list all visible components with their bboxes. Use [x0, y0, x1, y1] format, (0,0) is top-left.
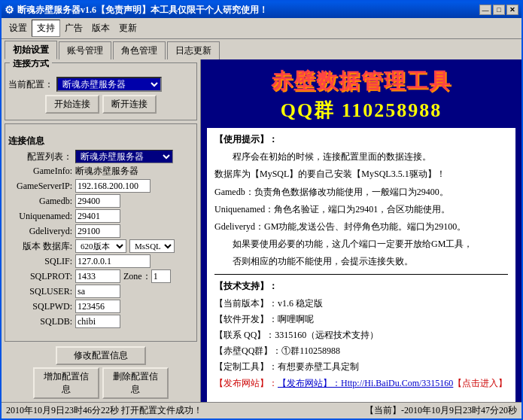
website-link[interactable]: 【发布网站】：Http://Hi.BaiDu.Com/3315160 — [278, 376, 453, 391]
sqluser-row: SQLUSER: — [8, 285, 193, 298]
contact-qq: 【联系 QQ】：3315160（远程技术支持） — [214, 328, 379, 342]
sqlprot-input[interactable] — [75, 269, 120, 283]
app-icon: ⚙ — [5, 4, 14, 17]
info-content: 【使用提示】： 程序会在初始的时候，连接配置里面的数据连接。 数据库为【MySQ… — [207, 128, 515, 402]
minimize-button[interactable]: — — [479, 5, 491, 15]
banner-qq: QQ群 110258988 — [210, 97, 512, 123]
gamedb-input[interactable] — [75, 194, 120, 208]
uniquenamed-label: Uniquenamed: — [8, 211, 72, 222]
gameinfo-row: GameInfo: 断魂赤壁服务器 — [8, 165, 193, 178]
sqlpwd-row: SQLPWD: — [8, 300, 193, 313]
config-list-select[interactable]: 断魂赤壁服务器 — [75, 150, 173, 163]
connect-buttons: 开始连接 断开连接 — [8, 95, 193, 114]
divider — [214, 274, 508, 275]
banner-area: 赤壁数据管理工具 QQ群 110258988 — [201, 59, 521, 128]
sqluser-label: SQLUSER: — [8, 286, 72, 297]
gameinfo-label: GameInfo: — [8, 166, 72, 177]
info-para2: 数据库为【MySQL】的要自己安装【MySQL3.5.1驱动】！ — [214, 167, 508, 181]
modify-config-button[interactable]: 修改配置信息 — [56, 346, 146, 365]
tab-account-mgmt[interactable]: 账号管理 — [59, 41, 111, 59]
config-list-label: 配置列表： — [8, 151, 72, 163]
status-right: 【当前】-2010年10月9日23时47分20秒 — [365, 404, 517, 417]
info-group: 连接信息 配置列表： 断魂赤壁服务器 GameInfo: 断魂赤壁服务器 Gam… — [5, 123, 197, 342]
connect-button[interactable]: 开始连接 — [45, 95, 99, 114]
title-bar: ⚙ 断魂赤壁服务器v1.6【免责声明】本工具仅限干个人研究使用！ — □ ✕ — [2, 2, 521, 18]
gamedb-row: Gamedb: — [8, 194, 193, 208]
soft-dev: 【软件开发】：啊哩啊呢 — [214, 312, 314, 327]
gdeliveryd-input[interactable] — [75, 224, 120, 238]
sqldb-input[interactable] — [75, 315, 120, 328]
chibi-qq: 【赤壁QQ群】：①群110258988 — [214, 344, 340, 358]
db-select[interactable]: MsSQL库 — [129, 239, 175, 253]
version-select[interactable]: 620版本 — [75, 239, 126, 253]
close-button[interactable]: ✕ — [506, 5, 518, 15]
content-area: 连接方式 当前配置： 断魂赤壁服务器 开始连接 断开连接 连接信 — [2, 59, 521, 402]
sqlpwd-label: SQLPWD: — [8, 301, 72, 312]
sqluser-input[interactable] — [75, 285, 120, 298]
menu-update[interactable]: 更新 — [114, 20, 141, 36]
tab-initial-setup[interactable]: 初始设置 — [5, 41, 57, 59]
main-window: ⚙ 断魂赤壁服务器v1.6【免责声明】本工具仅限干个人研究使用！ — □ ✕ 设… — [0, 0, 523, 420]
bottom-buttons: 修改配置信息 增加配置信息 删除配置信息 — [5, 346, 197, 399]
sqldb-label: SQLDB: — [8, 316, 72, 327]
connection-group-label: 连接方式 — [10, 59, 52, 70]
info-para6: 如果要使用必要的功能，这几个端口一定要开放给GM工具， — [214, 237, 508, 251]
tab-role-mgmt[interactable]: 角色管理 — [113, 41, 166, 59]
sqlpwd-input[interactable] — [75, 300, 120, 313]
menu-version[interactable]: 版本 — [87, 20, 114, 36]
current-config-row: 当前配置： 断魂赤壁服务器 — [8, 77, 193, 92]
info-para5: Gdeliveryd：GM功能,发送公告、封停角色功能。端口为29100。 — [214, 220, 508, 234]
usage-tips-title: 【使用提示】： — [214, 132, 508, 147]
version-row: 版本 数据库: 620版本 MsSQL库 — [8, 239, 193, 253]
info-para7: 否则相应的功能不能使用，会提示连接失败。 — [214, 254, 508, 269]
gamedb-label: Gamedb: — [8, 196, 72, 207]
current-version-row: 【当前版本】：v1.6 稳定版 — [214, 297, 508, 311]
status-bar: 2010年10月9日23时46分22秒 打开配置文件成功！ 【当前】-2010年… — [2, 402, 521, 418]
gdeliveryd-row: Gdeliveryd: — [8, 224, 193, 238]
gameserverip-input[interactable] — [75, 179, 151, 193]
tabs-bar: 初始设置 账号管理 角色管理 日志更新 — [2, 39, 521, 59]
config-select[interactable]: 断魂赤壁服务器 — [56, 77, 162, 92]
banner-title: 赤壁数据管理工具 — [210, 67, 512, 96]
website-label: 【发布网站】： — [214, 376, 278, 391]
uniquenamed-row: Uniquenamed: — [8, 209, 193, 223]
custom-tool: 【定制工具】：有想要赤壁工具定制 — [214, 360, 359, 374]
zone-label: Zone： — [123, 270, 151, 283]
zone-input[interactable] — [151, 269, 171, 283]
menu-settings[interactable]: 设置 — [5, 20, 32, 36]
add-config-button[interactable]: 增加配置信息 — [33, 367, 99, 399]
info-para1: 程序会在初始的时候，连接配置里面的数据连接。 — [214, 150, 508, 164]
config-list-row: 配置列表： 断魂赤壁服务器 — [8, 150, 193, 163]
add-delete-btn-row: 增加配置信息 删除配置信息 — [5, 367, 197, 399]
tab-log-update[interactable]: 日志更新 — [167, 41, 220, 59]
window-title: 断魂赤壁服务器v1.6【免责声明】本工具仅限干个人研究使用！ — [17, 4, 479, 17]
sqlprot-row: SQLPROT: Zone： — [8, 269, 193, 283]
version-label: 版本 数据库: — [8, 240, 72, 253]
modify-btn-row: 修改配置信息 — [5, 346, 197, 365]
soft-dev-row: 【软件开发】：啊哩啊呢 — [214, 312, 508, 327]
website-click-link[interactable]: 【点击进入】 — [453, 376, 507, 391]
gdeliveryd-label: Gdeliveryd: — [8, 226, 72, 237]
gameserverip-label: GameServerIP: — [8, 181, 72, 192]
chibi-qq-row: 【赤壁QQ群】：①群110258988 — [214, 344, 508, 358]
left-panel: 连接方式 当前配置： 断魂赤壁服务器 开始连接 断开连接 连接信 — [2, 59, 201, 402]
sqlif-label: SQLIF: — [8, 256, 72, 267]
status-left: 2010年10月9日23时46分22秒 打开配置文件成功！ — [6, 404, 202, 417]
sqlif-input[interactable] — [75, 254, 151, 268]
website-row: 【发布网站】： 【发布网站】：Http://Hi.BaiDu.Com/33151… — [214, 376, 508, 391]
gameserverip-row: GameServerIP: — [8, 179, 193, 193]
right-panel: 赤壁数据管理工具 QQ群 110258988 【使用提示】： 程序会在初始的时候… — [201, 59, 521, 402]
maximize-button[interactable]: □ — [493, 5, 505, 15]
info-group-label: 连接信息 — [8, 130, 193, 148]
custom-tool-row: 【定制工具】：有想要赤壁工具定制 — [214, 360, 508, 374]
delete-config-button[interactable]: 删除配置信息 — [102, 367, 169, 399]
menu-ads[interactable]: 广告 — [60, 20, 87, 36]
menu-support[interactable]: 支持 — [32, 20, 60, 37]
info-para4: Uniquenamed：角色名验证，端口为29401，合区功能使用。 — [214, 202, 508, 217]
window-controls: — □ ✕ — [479, 5, 518, 15]
sqlprot-label: SQLPROT: — [8, 271, 72, 282]
gameinfo-value: 断魂赤壁服务器 — [75, 165, 138, 178]
uniquenamed-input[interactable] — [75, 209, 120, 223]
disconnect-button[interactable]: 断开连接 — [102, 95, 157, 114]
menu-bar: 设置 支持 广告 版本 更新 — [2, 18, 521, 39]
